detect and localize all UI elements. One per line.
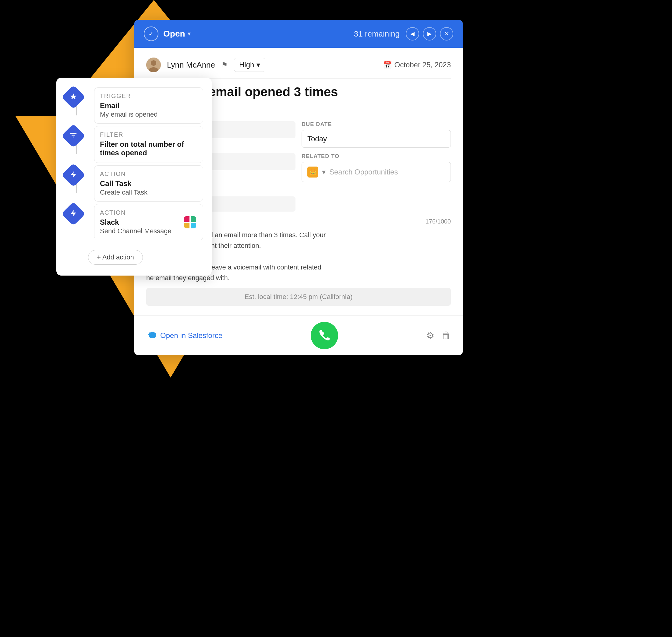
slack-logo [183, 215, 197, 230]
salesforce-cloud-icon [146, 331, 158, 340]
action2-content: ACTION Slack Send Channel Message [94, 204, 203, 240]
svg-point-4 [151, 60, 156, 66]
status-chevron: ▾ [188, 31, 190, 37]
automation-card: TRIGGER Email My email is opened FILTER … [56, 78, 212, 276]
filter-icon [61, 124, 85, 148]
close-button[interactable]: ✕ [440, 27, 453, 40]
priority-chevron: ▾ [257, 60, 260, 69]
filter-content: FILTER Filter on total number of times o… [94, 126, 203, 163]
close-icon: ✕ [444, 31, 449, 37]
action1-content: ACTION Call Task Create call Task [94, 165, 203, 202]
calendar-icon: 📅 [383, 60, 392, 69]
crm-meta: Lynn McAnne ⚑ High ▾ 📅 October 25, 2023 [146, 57, 451, 78]
trigger-content: TRIGGER Email My email is opened [94, 87, 203, 124]
svg-marker-0 [70, 93, 76, 99]
date-value: October 25, 2023 [394, 60, 451, 69]
svg-marker-2 [71, 210, 76, 216]
trigger-label: TRIGGER [100, 93, 197, 99]
delete-button[interactable]: 🗑 [442, 330, 451, 341]
trigger-item: TRIGGER Email My email is opened [65, 87, 203, 126]
filter-title: Filter on total number of times opened [100, 140, 197, 157]
crm-footer: Open in Salesforce ⚙ 🗑 [134, 315, 463, 356]
due-date-label: DUE DATE [302, 121, 451, 128]
status-text: Open [163, 29, 185, 39]
due-date-value: Today [307, 134, 327, 143]
crm-header: ✓ Open ▾ 31 remaining ◀ ▶ ✕ [134, 20, 463, 48]
check-icon: ✓ [148, 30, 154, 38]
comments-count: 176/1000 [426, 218, 451, 225]
opportunity-icon: 👑 [307, 167, 318, 178]
action1-subtitle: Create call Task [100, 188, 197, 196]
trigger-title: Email [100, 102, 197, 110]
next-icon: ▶ [427, 31, 432, 37]
add-action-button[interactable]: + Add action [88, 250, 143, 265]
action1-title: Call Task [100, 179, 197, 188]
est-time-bar: Est. local time: 12:45 pm (California) [146, 288, 451, 306]
avatar [146, 57, 161, 72]
search-opportunities-placeholder: Search Opportunities [329, 168, 398, 176]
remaining-text: 31 remaining [354, 29, 400, 39]
check-circle[interactable]: ✓ [144, 26, 158, 41]
trigger-subtitle: My email is opened [100, 111, 197, 119]
action1-label: ACTION [100, 170, 197, 178]
action1-icon [61, 163, 85, 187]
phone-icon [318, 329, 331, 342]
footer-icons: ⚙ 🗑 [426, 330, 451, 341]
flag-icon: ⚑ [221, 60, 228, 69]
salesforce-text: Open in Salesforce [160, 331, 223, 340]
header-status[interactable]: Open ▾ [163, 29, 190, 39]
salesforce-link[interactable]: Open in Salesforce [146, 331, 223, 340]
action2-label: ACTION [100, 209, 172, 216]
svg-marker-1 [71, 171, 76, 178]
settings-button[interactable]: ⚙ [426, 330, 435, 341]
user-name: Lynn McAnne [167, 60, 215, 70]
priority-select[interactable]: High ▾ [234, 58, 265, 72]
priority-value: High [239, 60, 254, 69]
header-right: 31 remaining ◀ ▶ ✕ [354, 27, 453, 40]
header-left: ✓ Open ▾ [144, 26, 190, 41]
due-date-input[interactable]: Today [302, 130, 451, 148]
filter-label: FILTER [100, 131, 197, 138]
date-info: 📅 October 25, 2023 [383, 60, 451, 69]
trigger-icon [61, 85, 85, 109]
action2-title: Slack [100, 218, 172, 226]
prev-button[interactable]: ◀ [406, 27, 419, 40]
action2-icon [61, 202, 85, 225]
filter-item: FILTER Filter on total number of times o… [65, 126, 203, 165]
due-date-group: DUE DATE Today [302, 121, 451, 148]
nav-buttons: ◀ ▶ ✕ [406, 27, 453, 40]
prev-icon: ◀ [410, 31, 414, 37]
action1-item: ACTION Call Task Create call Task [65, 165, 203, 204]
related-to-label: RELATED TO [302, 153, 451, 160]
next-button[interactable]: ▶ [423, 27, 436, 40]
related-to-group: RELATED TO 👑 ▾ Search Opportunities [302, 153, 451, 182]
related-to-input[interactable]: 👑 ▾ Search Opportunities [302, 162, 451, 182]
action2-item: ACTION Slack Send Channel Message [65, 204, 203, 243]
action2-subtitle: Send Channel Message [100, 227, 172, 235]
related-chevron: ▾ [322, 168, 326, 176]
call-button[interactable] [311, 322, 338, 349]
empty-group [302, 187, 451, 212]
